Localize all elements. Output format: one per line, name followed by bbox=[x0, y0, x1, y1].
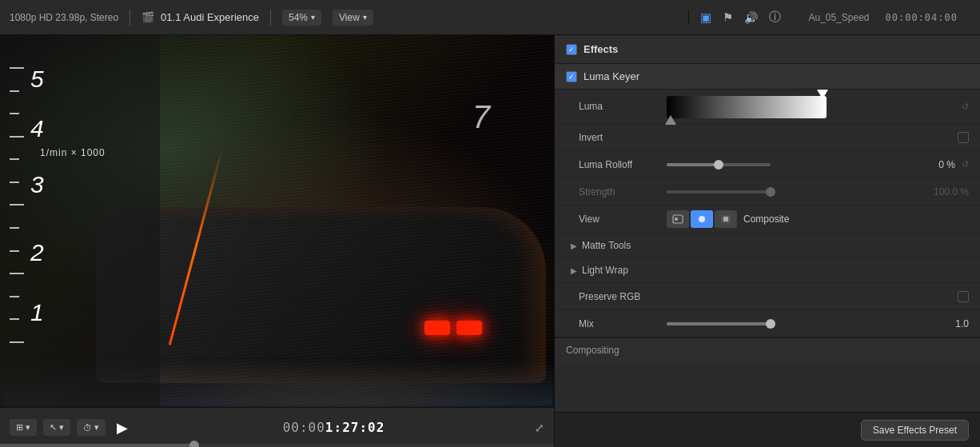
luma-handle-black[interactable] bbox=[665, 115, 676, 125]
gauge-num-3: 3 bbox=[30, 171, 44, 198]
mix-value: 1.0 bbox=[945, 318, 969, 329]
gauge-num-5: 5 bbox=[30, 66, 44, 93]
invert-checkbox[interactable] bbox=[958, 132, 969, 143]
action-bar: Save Effects Preset bbox=[555, 412, 980, 447]
play-button[interactable]: ▶ bbox=[112, 419, 133, 437]
info-icon[interactable]: ⓘ bbox=[769, 10, 781, 25]
tick-9 bbox=[10, 250, 19, 252]
view-icon-composite[interactable] bbox=[715, 210, 737, 228]
luma-keyer-title: Luma Keyer bbox=[584, 70, 639, 82]
luma-control[interactable] bbox=[667, 94, 955, 118]
view-icon-matte[interactable] bbox=[691, 210, 713, 228]
view-param-row: View Composite bbox=[555, 206, 980, 233]
main-content: 5 4 3 2 1 1/min × 1000 bbox=[0, 35, 980, 447]
top-bar-left: 1080p HD 23.98p, Stereo 🎬 01.1 Audi Expe… bbox=[10, 10, 688, 26]
matte-tools-row[interactable]: ▶ Matte Tools bbox=[555, 233, 980, 258]
mix-thumb[interactable] bbox=[766, 319, 775, 329]
invert-param-row: Invert bbox=[555, 124, 980, 151]
cursor-button[interactable]: ↖ ▾ bbox=[43, 419, 70, 436]
luma-keyer-check-icon: ✓ bbox=[568, 73, 575, 81]
luma-keyer-header-row: ✓ Luma Keyer bbox=[555, 64, 980, 90]
preserve-rgb-label: Preserve RGB bbox=[579, 291, 667, 302]
divider-1 bbox=[129, 10, 130, 26]
progress-fill bbox=[0, 444, 194, 447]
film-icon: 🎬 bbox=[141, 11, 154, 23]
svg-point-1 bbox=[675, 218, 678, 221]
invert-label: Invert bbox=[579, 132, 667, 143]
luma-handle-white[interactable] bbox=[817, 90, 828, 99]
luma-rolloff-track[interactable] bbox=[667, 163, 771, 166]
flag-icon[interactable]: ⚑ bbox=[723, 10, 733, 25]
effects-header-row: ✓ Effects bbox=[555, 35, 980, 64]
luma-rolloff-thumb[interactable] bbox=[714, 160, 723, 170]
luma-rolloff-value: 0 % bbox=[915, 159, 955, 170]
effects-check-icon: ✓ bbox=[568, 46, 575, 54]
luma-rolloff-label: Luma Rolloff bbox=[579, 159, 667, 170]
strength-thumb bbox=[766, 187, 775, 197]
panel-icons: ▣ ⚑ 🔊 ⓘ bbox=[688, 10, 792, 25]
effects-checkbox[interactable]: ✓ bbox=[566, 44, 577, 55]
view-icon-mask[interactable] bbox=[667, 210, 689, 228]
light-wrap-row[interactable]: ▶ Light Wrap bbox=[555, 258, 980, 283]
tick-3 bbox=[10, 113, 19, 114]
effects-title: Effects bbox=[584, 43, 618, 55]
resolution-label: 1080p HD 23.98p, Stereo bbox=[10, 12, 118, 23]
luma-reset-icon[interactable]: ↺ bbox=[962, 102, 969, 112]
composite-label: Composite bbox=[743, 214, 789, 225]
luma-rolloff-param-row: Luma Rolloff 0 % ↺ bbox=[555, 151, 980, 178]
speed-button[interactable]: ⏱ ▾ bbox=[77, 419, 106, 436]
layout-icon: ⊞ bbox=[16, 422, 23, 433]
preserve-rgb-checkbox[interactable] bbox=[958, 291, 969, 302]
fullscreen-button[interactable]: ⤢ bbox=[535, 421, 544, 434]
mix-slider[interactable] bbox=[667, 322, 945, 325]
speed-chevron-icon: ▾ bbox=[94, 422, 99, 433]
video-preview: 5 4 3 2 1 1/min × 1000 bbox=[0, 35, 554, 407]
compositing-label: Compositing bbox=[566, 345, 619, 356]
view-label: View bbox=[339, 12, 360, 23]
luma-label: Luma bbox=[579, 101, 667, 112]
zoom-control[interactable]: 54% ▾ bbox=[282, 10, 321, 26]
mix-row: Mix 1.0 bbox=[555, 310, 980, 337]
effects-section: ✓ Effects ✓ Luma Keyer Luma bbox=[555, 35, 980, 412]
tick-1 bbox=[10, 67, 24, 69]
view-icons bbox=[667, 210, 737, 228]
tick-11 bbox=[10, 296, 19, 297]
divider-2 bbox=[270, 10, 271, 26]
matte-tools-label: Matte Tools bbox=[582, 240, 631, 251]
mix-track[interactable] bbox=[667, 322, 771, 325]
progress-thumb[interactable] bbox=[189, 441, 199, 447]
layout-chevron-icon: ▾ bbox=[26, 422, 30, 433]
tick-13 bbox=[10, 341, 24, 343]
gauge-overlay: 5 4 3 2 1 1/min × 1000 bbox=[0, 35, 160, 407]
luma-keyer-checkbox[interactable]: ✓ bbox=[566, 71, 577, 82]
light-wrap-arrow-icon: ▶ bbox=[571, 266, 577, 275]
gauge-ticks bbox=[10, 67, 27, 343]
progress-bar[interactable] bbox=[0, 444, 554, 447]
matte-tools-arrow-icon: ▶ bbox=[571, 241, 577, 250]
cursor-icon: ↖ bbox=[50, 422, 57, 433]
luma-rolloff-slider[interactable] bbox=[667, 163, 915, 166]
tick-6 bbox=[10, 182, 19, 183]
mix-label: Mix bbox=[579, 318, 667, 329]
luma-gradient-bar[interactable] bbox=[667, 96, 827, 118]
right-panel: ✓ Effects ✓ Luma Keyer Luma bbox=[554, 35, 980, 447]
audio-icon[interactable]: 🔊 bbox=[744, 11, 758, 24]
zoom-chevron-icon: ▾ bbox=[311, 13, 315, 22]
video-clip-icon[interactable]: ▣ bbox=[700, 10, 711, 25]
luma-rolloff-reset-icon[interactable]: ↺ bbox=[962, 159, 969, 170]
svg-rect-4 bbox=[723, 217, 728, 222]
strength-label: Strength bbox=[579, 186, 667, 198]
luma-param-row: Luma ↺ bbox=[555, 90, 980, 124]
view-button[interactable]: View ▾ bbox=[333, 10, 373, 26]
clip-name-right: Au_05_Speed bbox=[792, 12, 885, 23]
luma-rolloff-fill bbox=[667, 163, 719, 166]
layout-button[interactable]: ⊞ ▾ bbox=[10, 419, 37, 436]
video-background: 5 4 3 2 1 1/min × 1000 bbox=[0, 35, 554, 407]
save-preset-button[interactable]: Save Effects Preset bbox=[861, 420, 969, 441]
compositing-row: Compositing bbox=[555, 337, 980, 362]
preserve-rgb-row: Preserve RGB bbox=[555, 283, 980, 310]
strength-track bbox=[667, 190, 771, 194]
tick-7 bbox=[10, 204, 24, 206]
timecode-right: 00:00:04:00 bbox=[886, 12, 970, 23]
video-area: 5 4 3 2 1 1/min × 1000 bbox=[0, 35, 554, 447]
